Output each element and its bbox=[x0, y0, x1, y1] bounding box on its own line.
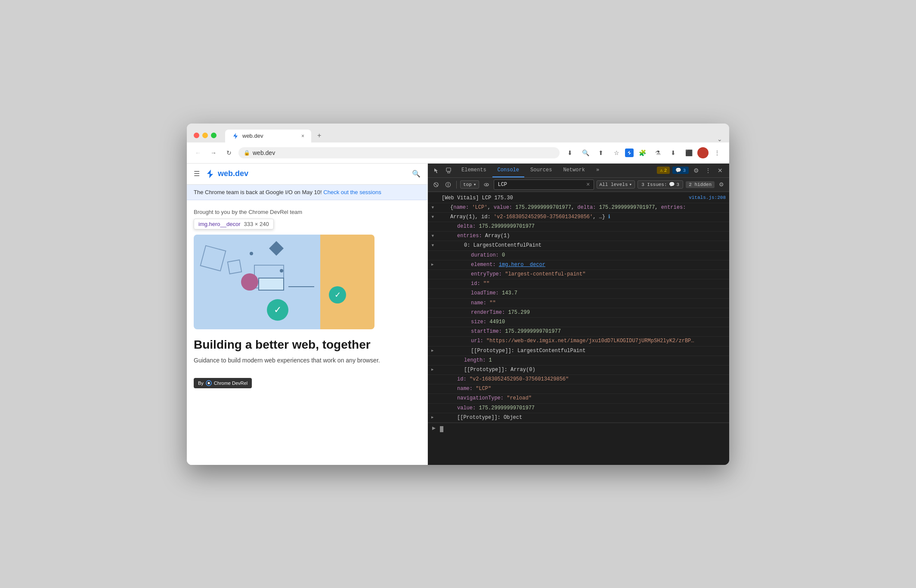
extension-icon bbox=[626, 150, 632, 156]
close-window-button[interactable] bbox=[194, 133, 199, 138]
console-message: loadTime: 143.7 bbox=[442, 289, 726, 297]
expand-icon[interactable]: ▶ bbox=[430, 216, 436, 218]
puzzle-extension-button[interactable]: 🧩 bbox=[635, 146, 649, 160]
expand-icon[interactable]: ▶ bbox=[431, 349, 433, 353]
devtools-close-button[interactable]: ✕ bbox=[715, 165, 726, 176]
console-message: name: "" bbox=[442, 299, 726, 307]
announcement-text: The Chrome team is back at Google I/O on… bbox=[194, 189, 323, 195]
eye-button[interactable] bbox=[482, 180, 491, 189]
console-message: {name: 'LCP', value: 175.29999999701977,… bbox=[442, 204, 726, 212]
expand-icon[interactable]: ▶ bbox=[430, 235, 436, 237]
expand-icon[interactable]: ▶ bbox=[431, 415, 433, 420]
tab-sources[interactable]: Sources bbox=[525, 164, 557, 177]
console-source[interactable]: vitals.js:208 bbox=[689, 194, 726, 202]
eye-icon bbox=[483, 182, 489, 188]
gutter: ▶ bbox=[431, 241, 440, 249]
page-subtitle: Guidance to build modern web experiences… bbox=[194, 356, 421, 365]
fullscreen-window-button[interactable] bbox=[211, 133, 217, 138]
expand-icon[interactable]: ▶ bbox=[430, 206, 436, 208]
console-line: ▶ Array(1), id: 'v2-1683052452950-375601… bbox=[428, 213, 729, 222]
minimize-window-button[interactable] bbox=[202, 133, 208, 138]
devtools-responsive-button[interactable] bbox=[443, 165, 454, 176]
console-line: name: "LCP" bbox=[428, 384, 729, 394]
context-selector[interactable]: top ▾ bbox=[460, 180, 479, 189]
expand-icon[interactable]: ▶ bbox=[431, 263, 433, 267]
gutter: ▶ bbox=[431, 213, 440, 221]
bookmark-button[interactable]: ☆ bbox=[610, 146, 623, 160]
svg-marker-3 bbox=[207, 170, 213, 178]
level-selector[interactable]: All levels ▾ bbox=[597, 180, 635, 189]
traffic-lights bbox=[194, 133, 217, 138]
browser-window: web.dev × + ⌄ ← → ↻ 🔒 web.dev ⬇ 🔍 ⬆ ☆ bbox=[187, 124, 729, 465]
extension-green-button[interactable] bbox=[625, 149, 634, 157]
back-button[interactable]: ← bbox=[192, 147, 204, 159]
share-button[interactable]: ⬆ bbox=[594, 146, 608, 160]
nav-actions: ⬇ 🔍 ⬆ ☆ 🧩 ⚗ ⬇ ⬛ ⋮ bbox=[563, 146, 724, 160]
prompt-cursor[interactable] bbox=[440, 426, 443, 432]
expand-icon[interactable]: ▶ bbox=[431, 368, 433, 372]
page-nav-left: ☰ web.dev bbox=[194, 169, 248, 179]
console-line: url: "https://web-dev.imgix.net/image/jx… bbox=[428, 337, 729, 346]
issues-button[interactable]: 3 Issues: 💬 3 bbox=[637, 180, 683, 189]
console-line: ▶ {name: 'LCP', value: 175.2999999970197… bbox=[428, 203, 729, 213]
hero-image-right-bg: ✓ bbox=[320, 235, 374, 329]
console-message: [[Prototype]]: Object bbox=[442, 414, 726, 422]
lock-icon: 🔒 bbox=[244, 150, 250, 156]
console-output[interactable]: [Web Vitals] LCP 175.30 vitals.js:208 ▶ … bbox=[428, 192, 729, 465]
user-avatar[interactable] bbox=[697, 147, 709, 158]
forward-button[interactable]: → bbox=[207, 147, 220, 159]
console-settings-button[interactable]: ⚙ bbox=[717, 180, 726, 189]
hamburger-menu-button[interactable]: ☰ bbox=[194, 170, 200, 178]
tab-console[interactable]: Console bbox=[492, 164, 524, 177]
shape-line1 bbox=[288, 286, 314, 287]
flask-extension-button[interactable]: ⚗ bbox=[651, 146, 665, 160]
clear-console-button[interactable] bbox=[431, 180, 441, 189]
clear-icon bbox=[433, 182, 439, 188]
tab-network[interactable]: Network bbox=[558, 164, 590, 177]
console-line: size: 44910 bbox=[428, 318, 729, 327]
site-logo[interactable]: web.dev bbox=[205, 169, 248, 179]
filter-clear-button[interactable]: × bbox=[586, 181, 590, 188]
console-toolbar: top ▾ LCP × All levels ▾ bbox=[428, 178, 729, 192]
devtools-settings-button[interactable]: ⚙ bbox=[690, 165, 702, 176]
search-button[interactable]: 🔍 bbox=[412, 170, 421, 178]
refresh-button[interactable]: ↻ bbox=[223, 147, 235, 159]
console-line: duration: 0 bbox=[428, 251, 729, 260]
console-message: url: "https://web-dev.imgix.net/image/jx… bbox=[442, 337, 726, 345]
devtools-more-button[interactable]: ⋮ bbox=[702, 165, 714, 176]
address-bar[interactable]: 🔒 web.dev bbox=[238, 147, 560, 158]
download-page-button[interactable]: ⬇ bbox=[563, 146, 577, 160]
stop-logging-button[interactable] bbox=[443, 180, 453, 189]
hero-image-left-bg: ✓ bbox=[194, 235, 320, 329]
stop-icon bbox=[445, 182, 451, 188]
console-line: ▶ [[Prototype]]: Object bbox=[428, 413, 729, 423]
console-message: name: "LCP" bbox=[442, 385, 726, 393]
zoom-button[interactable]: 🔍 bbox=[579, 146, 592, 160]
warn-badge[interactable]: ⚠ 2 bbox=[657, 167, 670, 174]
device-toolbar-icon bbox=[446, 167, 452, 173]
expand-icon[interactable]: ▶ bbox=[430, 244, 436, 247]
level-label: All levels bbox=[600, 182, 628, 187]
more-menu-button[interactable]: ⋮ bbox=[710, 146, 724, 160]
console-prompt bbox=[428, 423, 729, 435]
svg-marker-0 bbox=[233, 133, 238, 139]
tab-more[interactable]: » bbox=[591, 164, 604, 177]
footer-badge-by: By bbox=[198, 381, 204, 386]
tab-close-button[interactable]: × bbox=[301, 133, 304, 139]
download-button[interactable]: ⬇ bbox=[666, 146, 680, 160]
tabs-chevron-icon: ⌄ bbox=[717, 136, 722, 142]
hero-section: Brought to you by the Chrome DevRel team… bbox=[187, 200, 427, 374]
console-line: ▶ entries: Array(1) bbox=[428, 232, 729, 241]
active-tab[interactable]: web.dev × bbox=[225, 130, 311, 142]
new-tab-button[interactable]: + bbox=[312, 129, 326, 142]
gutter: ▶ bbox=[431, 414, 440, 421]
tab-title: web.dev bbox=[242, 133, 263, 139]
split-screen-button[interactable]: ⬛ bbox=[682, 146, 696, 160]
prompt-icon bbox=[431, 426, 436, 431]
info-badge[interactable]: 💬 3 bbox=[672, 167, 689, 174]
filter-input[interactable]: LCP × bbox=[494, 179, 594, 190]
announcement-link[interactable]: Check out the sessions bbox=[323, 189, 381, 195]
console-message: entryType: "largest-contentful-paint" bbox=[442, 270, 726, 279]
tab-elements[interactable]: Elements bbox=[456, 164, 492, 177]
devtools-inspect-button[interactable] bbox=[431, 165, 442, 176]
